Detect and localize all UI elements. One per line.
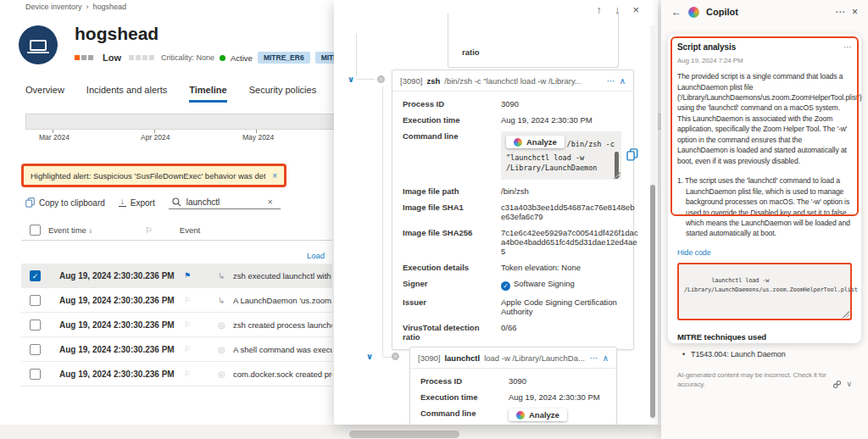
process-event-icon: ↳ xyxy=(218,296,233,305)
analyzed-code-block[interactable]: launchctl load -w /Library/LaunchDaemons… xyxy=(677,263,852,321)
table-row[interactable]: Aug 19, 2024 2:30:30.236 PM ⚐ ◎ com.dock… xyxy=(21,362,332,386)
flag-outline-icon[interactable]: ⚐ xyxy=(184,345,218,353)
event-time-header[interactable]: Event time ↓ xyxy=(48,225,92,235)
alert-text: Highlighted alert: Suspicious 'SusFileDo… xyxy=(31,171,265,181)
copilot-more-icon[interactable]: ⋯ xyxy=(835,6,845,18)
timeline-search[interactable]: × xyxy=(169,196,281,209)
collapse-node-icon[interactable]: ∨ xyxy=(366,352,373,361)
copy-icon xyxy=(25,197,35,208)
select-all-checkbox[interactable] xyxy=(30,225,41,236)
search-clear-icon[interactable]: × xyxy=(268,197,273,207)
axis-label-apr: Apr 2024 xyxy=(141,133,170,142)
flag-outline-icon[interactable]: ⚐ xyxy=(184,296,218,304)
resize-grip-icon[interactable] xyxy=(614,172,620,179)
row-checkbox[interactable] xyxy=(30,369,41,380)
analyze-button[interactable]: Analyze xyxy=(506,136,565,148)
virustotal-ratio-link[interactable]: 0/66 xyxy=(501,323,638,332)
risk-meter-empty xyxy=(129,53,156,62)
field-label: Image file SHA1 xyxy=(403,203,494,212)
status-label: Active xyxy=(231,53,253,63)
more-actions-icon[interactable]: ⋯ xyxy=(590,353,598,363)
execution-time-value: Aug 19, 2024 2:30:30 PM xyxy=(509,392,606,402)
collapse-card-icon[interactable]: ∧ xyxy=(603,353,609,363)
export-button[interactable]: ↓ Export xyxy=(119,198,155,208)
flyout-close-icon[interactable]: × xyxy=(632,3,639,16)
row-checkbox[interactable] xyxy=(30,344,41,355)
process-card-zsh: [3090] zsh /bin/zsh -c "launchctl load -… xyxy=(392,69,634,350)
flag-outline-icon[interactable]: ⚐ xyxy=(184,320,218,329)
tree-node-dot xyxy=(392,353,399,360)
analysis-list-item: 1. The script uses the 'launchctl' comma… xyxy=(677,175,852,239)
analysis-timestamp: Aug 19, 2024 7:24 PM xyxy=(677,56,852,66)
table-header: Event time ↓ ⚐ Event xyxy=(21,220,332,241)
flyout-scrollbar[interactable] xyxy=(650,185,655,418)
risk-meter xyxy=(75,53,95,62)
copy-to-clipboard-button[interactable]: Copy to clipboard xyxy=(25,197,105,208)
field-label: Execution time xyxy=(403,115,494,125)
flag-column-icon[interactable]: ⚐ xyxy=(145,225,153,235)
tree-node-dot xyxy=(377,75,385,83)
link-icon[interactable] xyxy=(832,380,842,389)
mitre-section-title: MITRE techniques used xyxy=(677,331,852,343)
tab-security-policies[interactable]: Security policies xyxy=(249,85,316,103)
load-link[interactable]: Load xyxy=(307,251,325,260)
tag-mitre-er6[interactable]: MITRE_ER6 xyxy=(258,52,310,64)
collapse-card-icon[interactable]: ∧ xyxy=(620,76,626,86)
verified-check-icon: ✓ xyxy=(501,281,510,291)
copilot-header: ← Copilot ⋯ × xyxy=(661,0,868,24)
chevron-down-icon[interactable]: ∨ xyxy=(847,379,853,390)
script-analysis-title: Script analysis xyxy=(677,42,843,54)
highlighted-alert-banner: Highlighted alert: Suspicious 'SusFileDo… xyxy=(21,164,287,187)
horizontal-scrollbar[interactable] xyxy=(349,431,459,438)
breadcrumb-current: hogshead xyxy=(93,3,127,11)
tab-timeline[interactable]: Timeline xyxy=(189,85,226,103)
active-status-dot xyxy=(220,55,225,61)
collapse-node-icon[interactable]: ∨ xyxy=(348,75,354,84)
breadcrumb-parent[interactable]: Device inventory xyxy=(25,3,82,11)
axis-label-may: May 2024 xyxy=(242,133,274,142)
risk-square xyxy=(75,55,80,60)
table-row[interactable]: ✓ Aug 19, 2024 2:30:30.236 PM ⚑ ↳ zsh ex… xyxy=(21,264,332,288)
event-table: ✓ Aug 19, 2024 2:30:30.236 PM ⚑ ↳ zsh ex… xyxy=(21,264,332,386)
analyze-button[interactable]: Analyze xyxy=(509,408,567,421)
copilot-logo-icon xyxy=(688,7,699,18)
event-header[interactable]: Event xyxy=(180,225,200,235)
more-actions-icon[interactable]: ⋯ xyxy=(607,76,615,86)
search-input[interactable] xyxy=(186,197,263,207)
table-row[interactable]: Aug 19, 2024 2:30:30.236 PM ⚐ ◎ A shell … xyxy=(21,337,332,362)
row-checkbox-checked[interactable]: ✓ xyxy=(30,270,41,281)
copilot-title: Copilot xyxy=(706,7,738,17)
alert-close-icon[interactable]: × xyxy=(272,171,277,181)
process-card-launchctl: [3090] launchctl load -w /Library/Launch… xyxy=(409,347,617,425)
process-id-value: 3090 xyxy=(509,376,606,386)
flag-outline-icon[interactable]: ⚐ xyxy=(184,370,218,378)
export-icon: ↓ xyxy=(120,198,125,205)
tab-incidents-and-alerts[interactable]: Incidents and alerts xyxy=(86,85,167,103)
copilot-logo-icon xyxy=(514,138,522,147)
hide-code-link[interactable]: Hide code xyxy=(677,247,711,258)
copy-command-icon[interactable] xyxy=(626,148,638,161)
flag-filled-icon[interactable]: ⚑ xyxy=(184,271,218,280)
process-card-header[interactable]: [3090] launchctl load -w /Library/Launch… xyxy=(410,347,616,369)
row-checkbox[interactable] xyxy=(30,320,41,331)
field-label: Signer xyxy=(403,279,494,288)
table-row[interactable]: Aug 19, 2024 2:30:30.236 PM ⚐ ◎ zsh crea… xyxy=(21,313,332,337)
resize-grip-icon[interactable] xyxy=(843,311,849,318)
breadcrumb: Device inventory › hogshead xyxy=(25,3,126,11)
analysis-paragraph: The provided script is a single command … xyxy=(677,71,852,166)
field-label: Process ID xyxy=(403,99,494,108)
field-label: Image file path xyxy=(403,186,494,196)
process-card-header[interactable]: [3090] zsh /bin/zsh -c "launchctl load -… xyxy=(392,70,633,92)
previous-process-card-partial[interactable]: ratio xyxy=(448,14,619,68)
signer-value: Software Signing xyxy=(514,279,575,288)
copilot-close-icon[interactable]: × xyxy=(852,6,858,18)
command-line-block[interactable]: Analyze /bin/zsh -c "launchctl load -w /… xyxy=(501,131,621,180)
field-label: Issuer xyxy=(403,297,494,307)
device-name: hogshead xyxy=(75,24,159,44)
card-more-icon[interactable]: ⋯ xyxy=(843,42,852,54)
row-checkbox[interactable] xyxy=(30,295,41,306)
tab-overview[interactable]: Overview xyxy=(25,85,64,103)
back-icon[interactable]: ← xyxy=(671,6,682,18)
table-row[interactable]: Aug 19, 2024 2:30:30.236 PM ⚐ ↳ A Launch… xyxy=(21,288,332,313)
execution-time-value: Aug 19, 2024 2:30:30 PM xyxy=(501,115,638,125)
